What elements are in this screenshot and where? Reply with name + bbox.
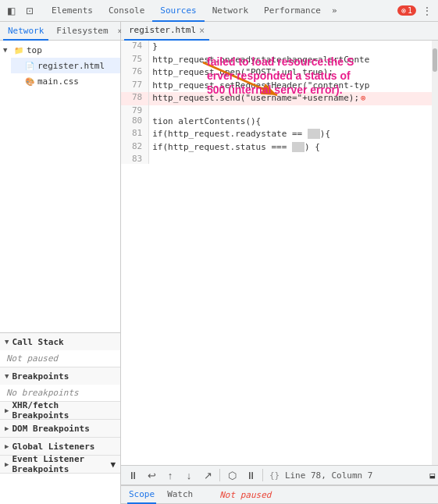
error-icon: ⊗: [401, 6, 406, 15]
source-tab-filename: register.html: [129, 22, 196, 40]
code-line-83: 83: [121, 154, 438, 164]
code-line-74: 74 }: [121, 41, 438, 54]
breakpoints-label: Breakpoints: [12, 371, 69, 382]
error-count-badge: ⊗1: [397, 5, 416, 16]
cursor-position: {} Line 78, Column 7: [269, 470, 372, 481]
global-listeners-label: Global Listeners: [12, 442, 94, 452]
tab-console[interactable]: Console: [101, 0, 152, 22]
tab-sources[interactable]: Sources: [152, 0, 204, 22]
event-listener-label: Event Listener Breakpoints: [12, 454, 107, 474]
xhr-header[interactable]: ▶ XHR/fetch Breakpoints: [0, 402, 120, 419]
xhr-label: XHR/fetch Breakpoints: [12, 400, 116, 421]
right-panel: register.html × 74 } 75 http_request.onr…: [121, 22, 438, 504]
code-line-77: 77 http_request.setRequestHeader("conten…: [121, 80, 438, 93]
source-tab-close-icon[interactable]: ×: [199, 22, 205, 40]
tree-children: 📄 register.html 🎨 main.css: [11, 58, 120, 89]
subtab-filesystem[interactable]: Filesystem: [52, 22, 112, 41]
callstack-header[interactable]: ▼ Call Stack: [0, 333, 120, 350]
tree-label-top: top: [27, 45, 42, 55]
dom-header[interactable]: ▶ DOM Breakpoints: [0, 420, 120, 437]
step-out-button[interactable]: ↓: [180, 467, 198, 484]
code-line-78: 78 http_request.send("username="+usernam…: [121, 92, 438, 105]
tree-item-top[interactable]: ▼ 📁 top: [0, 42, 120, 58]
subtab-network[interactable]: Network: [3, 22, 48, 41]
async-button[interactable]: ⏸: [242, 467, 259, 484]
debug-separator-1: [219, 469, 220, 481]
step-button[interactable]: ↗: [199, 467, 216, 484]
tree-label-register: register.html: [37, 61, 105, 71]
event-listener-header[interactable]: ▶ Event Listener Breakpoints ▼: [0, 456, 120, 473]
tab-network[interactable]: Network: [205, 0, 256, 22]
device-icon[interactable]: ⊡: [22, 3, 37, 19]
not-paused-label: Not paused: [219, 490, 271, 500]
event-listener-arrow: ▶: [5, 460, 9, 468]
inspect-icon[interactable]: ◧: [3, 3, 19, 19]
code-lines: 74 } 75 http_request.onreadystatechange=…: [121, 41, 438, 164]
tree-item-maincss[interactable]: 🎨 main.css: [11, 73, 120, 89]
debug-toolbar: ⏸ ↩ ↑ ↓ ↗ ⬡ ⏸ {} Line 78, Column 7 ⬓: [121, 465, 438, 485]
breakpoints-header[interactable]: ▼ Breakpoints: [0, 367, 120, 385]
breakpoints-panel: ▼ Breakpoints No breakpoints: [0, 367, 120, 402]
callstack-label: Call Stack: [12, 337, 63, 347]
code-line-76: 76 http_request.open("POST",url,true);: [121, 66, 438, 80]
xhr-panel: ▶ XHR/fetch Breakpoints: [0, 402, 120, 420]
scope-tab[interactable]: Scope: [127, 485, 156, 504]
code-scrollbar[interactable]: [432, 41, 438, 465]
tree-label-maincss: main.css: [37, 76, 79, 87]
tree-item-register[interactable]: 📄 register.html: [11, 58, 120, 73]
dom-arrow: ▶: [5, 424, 9, 432]
file-tree: ▼ 📁 top 📄 register.html 🎨 main.css: [0, 41, 120, 332]
bottom-left-panels: ▼ Call Stack Not paused ▼ Breakpoints No…: [0, 332, 120, 504]
deactivate-breakpoints-button[interactable]: ⬡: [223, 467, 240, 484]
dom-panel: ▶ DOM Breakpoints: [0, 420, 120, 438]
main-layout: Network Filesystem » ⋮ ▼ 📁 top 📄 registe…: [0, 22, 438, 504]
event-listener-down-icon: ▼: [110, 460, 116, 470]
scope-watch-bar: Scope Watch Not paused: [121, 485, 438, 504]
event-listener-panel: ▶ Event Listener Breakpoints ▼: [0, 456, 120, 474]
toolbar-icons: ◧ ⊡: [3, 3, 37, 19]
folder-icon: 📁: [13, 46, 24, 55]
top-tab-bar: Elements Console Sources Network Perform…: [44, 0, 340, 22]
watch-tab[interactable]: Watch: [166, 485, 194, 504]
debug-separator-2: [262, 469, 263, 481]
html-file-icon: 📄: [24, 62, 35, 70]
callstack-arrow: ▼: [5, 338, 9, 346]
devtools-toolbar: ◧ ⊡ Elements Console Sources Network Per…: [0, 0, 438, 22]
pause-button[interactable]: ⏸: [124, 467, 141, 484]
source-file-tab: register.html ×: [121, 22, 438, 41]
code-line-82: 82 if(http_request.status === ) {: [121, 141, 438, 154]
tab-elements[interactable]: Elements: [44, 0, 101, 22]
step-into-button[interactable]: ↑: [162, 467, 179, 484]
more-menu-icon[interactable]: ⋮: [419, 3, 435, 19]
code-overlay-container: 74 } 75 http_request.onreadystatechange=…: [121, 41, 438, 465]
global-listeners-panel: ▶ Global Listeners: [0, 438, 120, 456]
code-line-81: 81 if(http_request.readystate == ){: [121, 128, 438, 141]
tab-performance[interactable]: Performance: [256, 0, 329, 22]
xhr-arrow: ▶: [5, 406, 9, 414]
breakpoints-arrow: ▼: [5, 372, 9, 380]
source-tab-register[interactable]: register.html ×: [124, 22, 209, 41]
step-over-button[interactable]: ↩: [143, 467, 160, 484]
breakpoints-content: No breakpoints: [0, 385, 120, 401]
code-line-80: 80 tion alertContents(){: [121, 115, 438, 129]
css-file-icon: 🎨: [24, 77, 35, 86]
global-listeners-arrow: ▶: [5, 442, 9, 450]
code-line-75: 75 http_request.onreadystatechange=alert…: [121, 54, 438, 67]
callstack-content: Not paused: [0, 350, 120, 367]
source-format-icon[interactable]: ⬓: [429, 470, 435, 481]
sources-subtoolbar: Network Filesystem » ⋮: [0, 22, 120, 41]
code-line-79: 79: [121, 105, 438, 115]
left-panel: Network Filesystem » ⋮ ▼ 📁 top 📄 registe…: [0, 22, 121, 504]
code-scrollbar-thumb: [433, 48, 437, 72]
toolbar-right: ⊗1 ⋮: [397, 3, 435, 19]
code-area[interactable]: 74 } 75 http_request.onreadystatechange=…: [121, 41, 438, 169]
global-listeners-header[interactable]: ▶ Global Listeners: [0, 438, 120, 455]
dom-label: DOM Breakpoints: [12, 424, 89, 434]
callstack-panel: ▼ Call Stack Not paused: [0, 333, 120, 367]
more-tabs-icon[interactable]: »: [329, 5, 340, 16]
tree-arrow-top: ▼: [3, 46, 11, 54]
